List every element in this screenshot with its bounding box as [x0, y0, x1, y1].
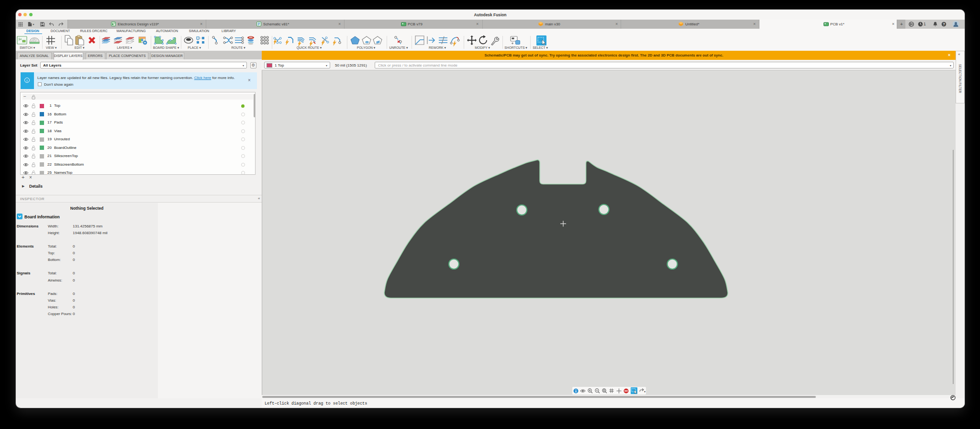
svg-text:?: ?	[943, 22, 945, 26]
